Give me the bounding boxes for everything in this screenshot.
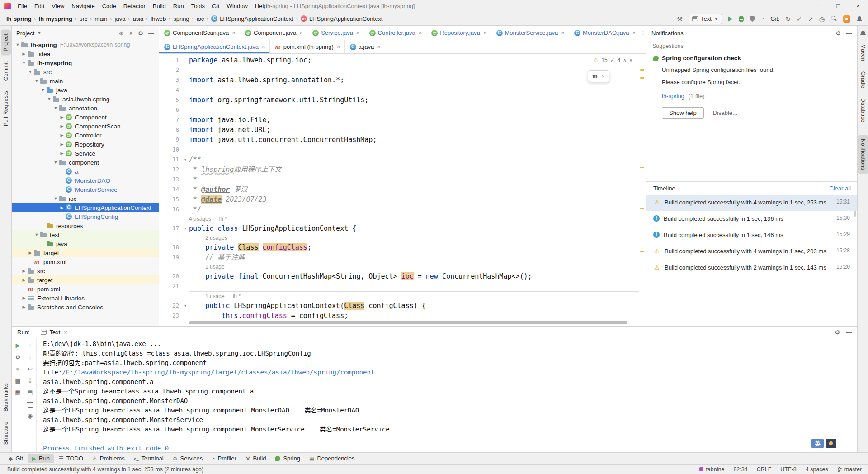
menu-code[interactable]: Code — [99, 0, 120, 12]
tree-item-componentscan[interactable]: ▶ComponentScan — [12, 122, 159, 131]
tree-item-service[interactable]: ▶Service — [12, 149, 159, 158]
tree-item-repository[interactable]: ▶Repository — [12, 140, 159, 149]
tree-chevron-icon[interactable]: ▼ — [46, 97, 52, 101]
editor-tab-repository-java[interactable]: Repository.java× — [426, 26, 491, 40]
tool-stripe-project[interactable]: Project — [1, 29, 11, 55]
tree-chevron-icon[interactable]: ▼ — [52, 196, 59, 201]
ime-language-badge[interactable]: 英 — [811, 439, 824, 448]
timeline-entry[interactable]: ⚠Build completed successfully with 4 war… — [646, 244, 857, 260]
tool-stripe-gradle[interactable]: Gradle — [858, 67, 868, 93]
hide-panel-icon[interactable]: — — [846, 329, 852, 336]
warning-stripe-mark[interactable] — [640, 167, 644, 168]
toolwindow-button-spring[interactable]: Spring — [271, 454, 304, 463]
locate-file-icon[interactable]: ⊕ — [119, 30, 124, 37]
tree-chevron-icon[interactable]: ▶ — [59, 133, 65, 137]
timeline-entry[interactable]: iBuild completed successfully in 1 sec, … — [646, 228, 857, 244]
close-icon[interactable]: × — [602, 73, 605, 80]
horizontal-scrollbar[interactable] — [189, 321, 627, 324]
git-push-icon[interactable]: ↗ — [808, 15, 813, 23]
fold-icon[interactable]: ▾ — [182, 301, 189, 311]
breadcrumb-item-lh-myspring[interactable]: lh-myspring — [39, 15, 72, 22]
dump-threads-icon[interactable]: ▤ — [14, 377, 22, 384]
tree-chevron-icon[interactable]: ▶ — [59, 124, 65, 128]
tree-chevron-icon[interactable]: ▼ — [52, 106, 59, 110]
next-occurrence-icon[interactable]: ↓ — [26, 353, 34, 361]
tree-item-monsterservice[interactable]: MonsterService — [12, 185, 159, 194]
tree-item-java[interactable]: java — [12, 239, 159, 248]
settings-gear-icon[interactable]: ⚙ — [835, 30, 841, 37]
breadcrumb-item-asia[interactable]: asia — [132, 15, 143, 22]
search-icon[interactable] — [830, 15, 837, 22]
clear-all-link[interactable]: Clear all — [829, 185, 851, 192]
tree-chevron-icon[interactable]: ▶ — [59, 151, 65, 156]
console-output[interactable]: E:\dev\jdk-1.8\bin\java.exe ...配置的路径: th… — [37, 338, 857, 452]
tree-item-lhspringapplicationcontext[interactable]: ▶LHSpringApplicationContext — [12, 203, 159, 212]
scroll-to-end-icon[interactable]: ↧ — [26, 377, 34, 384]
tree-item-src[interactable]: ▶src — [12, 266, 159, 275]
caret-position[interactable]: 82:34 — [733, 466, 747, 473]
menu-file[interactable]: File — [14, 0, 31, 12]
tool-stripe-bookmarks[interactable]: Bookmarks — [1, 379, 11, 416]
tool-stripe-database[interactable]: Database — [858, 94, 868, 127]
tree-chevron-icon[interactable]: ▼ — [27, 70, 33, 74]
warning-stripe-mark[interactable] — [640, 69, 644, 71]
close-tab-icon[interactable]: × — [232, 29, 236, 36]
pin-icon[interactable]: ◉ — [26, 412, 34, 420]
breadcrumb-item-spring[interactable]: spring — [173, 15, 189, 22]
editor-tab-a-java[interactable]: a.java× — [345, 40, 385, 53]
editor-tab-component-java[interactable]: Component.java× — [240, 26, 307, 40]
tree-chevron-icon[interactable]: ▶ — [59, 142, 65, 147]
tree-item-monsterdao[interactable]: MonsterDAO — [12, 176, 159, 185]
tree-chevron-icon[interactable]: ▶ — [27, 251, 33, 255]
toolwindow-button-todo[interactable]: ☰TODO — [55, 454, 87, 463]
error-stripe[interactable] — [639, 54, 646, 326]
inspections-widget[interactable]: ⚠ 15 ✓ 4 ∧ ∨ — [591, 56, 635, 64]
soft-wrap-icon[interactable]: ↩ — [26, 365, 34, 373]
close-tab-icon[interactable]: × — [561, 29, 565, 36]
git-update-icon[interactable]: ↻ — [786, 15, 791, 23]
run-button[interactable] — [728, 16, 733, 22]
toolwindow-button-git[interactable]: ◆Git — [5, 454, 27, 463]
tree-item-src[interactable]: ▼src — [12, 67, 159, 76]
git-branch-widget[interactable]: master — [837, 466, 862, 473]
close-tab-icon[interactable]: × — [377, 43, 381, 50]
menu-edit[interactable]: Edit — [31, 0, 48, 12]
tree-chevron-icon[interactable]: ▼ — [52, 160, 59, 165]
close-tab-icon[interactable]: × — [356, 29, 360, 36]
tree-item-lh-myspring[interactable]: ▼lh-myspring — [12, 58, 159, 67]
print-icon[interactable]: ▤ — [26, 389, 34, 396]
tool-stripe-notifications[interactable]: Notifications — [858, 135, 868, 174]
line-ending-selector[interactable]: CRLF — [757, 466, 772, 473]
debug-button[interactable] — [739, 16, 744, 22]
tree-item-java[interactable]: ▼java — [12, 85, 159, 95]
show-help-button[interactable]: Show help — [662, 107, 704, 118]
tree-item-a[interactable]: a — [12, 167, 159, 176]
prev-occurrence-icon[interactable]: ↑ — [26, 341, 34, 349]
tree-chevron-icon[interactable]: ▼ — [33, 232, 40, 237]
tree-item-ioc[interactable]: ▼ioc — [12, 194, 159, 203]
editor-tab-lhspringapplicationcontext-java[interactable]: LHSpringApplicationContext.java× — [159, 40, 270, 53]
restore-layout-icon[interactable]: ▦ — [14, 389, 22, 396]
toolwindow-button-terminal[interactable]: >_Terminal — [130, 454, 168, 463]
console-file-link[interactable]: /F:/JavaWorkspace/lh-spring/lh-myspring/… — [62, 369, 374, 376]
tree-item-external-libraries[interactable]: ▶External Libraries — [12, 294, 159, 303]
settings-gear-icon[interactable]: ⚙ — [138, 30, 143, 37]
breadcrumb-item-ioc[interactable]: ioc — [197, 15, 204, 22]
editor-tab-pom-xml-lh-spring[interactable]: pom.xml (lh-spring)× — [270, 40, 345, 53]
git-commit-icon[interactable]: ✓ — [797, 15, 802, 23]
tree-item-controller[interactable]: ▶Controller — [12, 131, 159, 140]
tools-icon[interactable]: ⚒ — [677, 15, 683, 23]
menu-git[interactable]: Git — [208, 0, 223, 12]
tree-chevron-icon[interactable]: ▶ — [21, 305, 27, 309]
clear-icon[interactable] — [26, 400, 34, 408]
status-message[interactable]: Build completed successfully with 4 warn… — [7, 466, 203, 473]
breadcrumb-item-lhspringapplicationcontext[interactable]: LHSpringApplicationContext — [301, 15, 383, 22]
tool-stripe-maven[interactable]: Maven — [858, 40, 868, 66]
tree-item-target[interactable]: ▶target — [12, 248, 159, 257]
tree-chevron-icon[interactable]: ▼ — [33, 79, 40, 83]
tree-chevron-icon[interactable]: ▼ — [40, 88, 46, 92]
coverage-button[interactable] — [750, 16, 755, 22]
tree-chevron-icon[interactable]: ▶ — [59, 205, 65, 210]
menu-run[interactable]: Run — [170, 0, 188, 12]
menu-refactor[interactable]: Refactor — [120, 0, 149, 12]
